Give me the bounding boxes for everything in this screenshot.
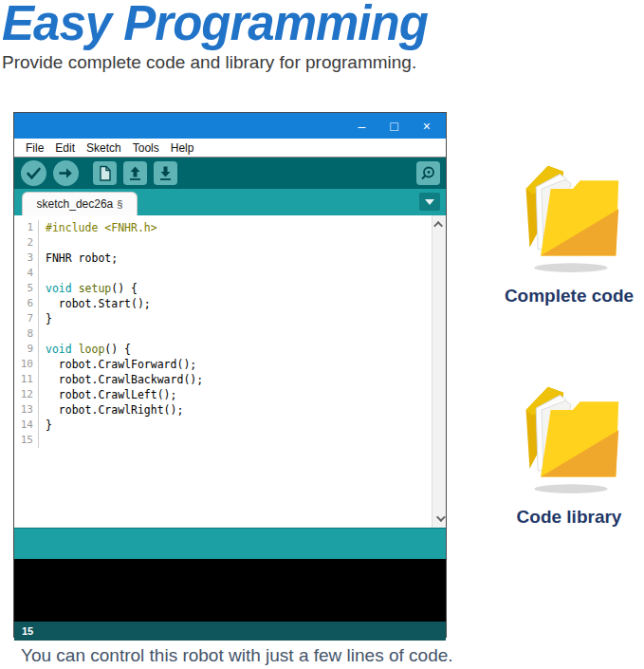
window-titlebar: – □ × [14, 113, 446, 139]
close-icon[interactable]: × [423, 120, 431, 133]
folder-icon [514, 156, 624, 277]
code-line: 6 robot.Start(); [14, 296, 446, 311]
code-line: 7} [14, 311, 446, 326]
code-library-folder[interactable]: Code library [497, 377, 641, 528]
line-number: 15 [14, 433, 39, 448]
tab-label: sketch_dec26a [37, 197, 114, 211]
line-number: 5 [14, 281, 39, 296]
new-sketch-button[interactable] [93, 161, 117, 185]
line-number: 8 [14, 326, 39, 342]
caption-text: You can control this robot with just a f… [21, 645, 453, 666]
tab-modified-mark: § [117, 198, 122, 210]
status-bar: 15 [14, 622, 446, 641]
code-text: #include <FNHR.h> [39, 220, 157, 235]
tab-sketch[interactable]: sketch_dec26a § [22, 192, 138, 215]
line-number: 4 [14, 266, 39, 281]
menu-bar: File Edit Sketch Tools Help [14, 139, 446, 158]
page-title: Easy Programming [2, 0, 428, 51]
code-text: robot.CrawlRight(); [39, 402, 183, 418]
line-number: 9 [14, 342, 39, 357]
open-button[interactable] [123, 161, 147, 185]
code-line: 5void setup() { [14, 281, 446, 296]
code-text: robot.CrawlBackward(); [39, 372, 203, 387]
code-text [39, 326, 46, 342]
tab-menu-button[interactable] [419, 193, 440, 211]
upload-button[interactable] [53, 160, 79, 186]
save-icon [154, 161, 177, 185]
code-line: 9void loop() { [14, 342, 446, 357]
line-number: 14 [14, 418, 39, 433]
line-number: 13 [14, 402, 39, 418]
scroll-up-button[interactable] [432, 217, 446, 232]
code-text: } [39, 311, 52, 326]
code-line: 12 robot.CrawlLeft(); [14, 387, 446, 402]
line-number: 6 [14, 296, 39, 311]
code-text: robot.CrawlForward(); [39, 357, 196, 372]
page-subtitle: Provide complete code and library for pr… [2, 52, 416, 73]
complete-code-folder[interactable]: Complete code [497, 156, 641, 307]
scroll-down-button[interactable] [432, 511, 446, 526]
code-line: 1#include <FNHR.h> [14, 220, 446, 235]
menu-help[interactable]: Help [165, 141, 200, 155]
verify-button[interactable] [21, 160, 46, 186]
code-text: } [39, 418, 52, 433]
line-number: 11 [14, 372, 39, 387]
chevron-up-icon [433, 221, 443, 231]
chevron-down-icon [425, 199, 434, 205]
code-line: 15 [14, 433, 446, 448]
code-text: void loop() { [39, 342, 131, 357]
code-text: robot.Start(); [39, 296, 151, 311]
code-line: 11 robot.CrawlBackward(); [14, 372, 446, 387]
code-text: FNHR robot; [39, 251, 118, 266]
line-number: 1 [14, 220, 39, 235]
save-button[interactable] [154, 161, 177, 185]
code-line: 13 robot.CrawlRight(); [14, 402, 446, 418]
arduino-ide-window: – □ × File Edit Sketch Tools Help [13, 112, 447, 638]
serial-monitor-icon [416, 161, 440, 185]
menu-sketch[interactable]: Sketch [81, 141, 127, 155]
verify-icon [21, 160, 46, 186]
code-line: 8 [14, 326, 446, 342]
line-number: 12 [14, 387, 39, 402]
code-editor[interactable]: 1#include <FNHR.h>23FNHR robot;45void se… [14, 215, 446, 528]
minimize-icon[interactable]: – [359, 120, 366, 133]
folder-label: Complete code [497, 286, 641, 307]
code-line: 2 [14, 235, 446, 251]
code-line: 3FNHR robot; [14, 251, 446, 266]
line-number: 2 [14, 235, 39, 251]
upload-icon [53, 160, 79, 186]
new-sketch-icon [93, 161, 117, 185]
menu-edit[interactable]: Edit [49, 141, 81, 155]
code-text: robot.CrawlLeft(); [39, 387, 176, 402]
tab-strip: sketch_dec26a § [14, 189, 446, 215]
code-text [39, 433, 46, 448]
editor-footer-strip [14, 528, 446, 559]
folder-icon [514, 377, 624, 498]
toolbar [14, 158, 446, 189]
code-text [39, 235, 46, 251]
line-number: 3 [14, 251, 39, 266]
open-icon [123, 161, 147, 185]
menu-tools[interactable]: Tools [127, 141, 165, 155]
line-number: 10 [14, 357, 39, 372]
code-line: 10 robot.CrawlForward(); [14, 357, 446, 372]
serial-monitor-button[interactable] [416, 161, 440, 185]
folder-label: Code library [497, 507, 641, 528]
code-line: 4 [14, 266, 446, 281]
console-output [14, 559, 446, 622]
maximize-icon[interactable]: □ [390, 120, 397, 133]
status-line-indicator: 15 [22, 625, 33, 637]
line-number: 7 [14, 311, 39, 326]
chevron-down-icon [436, 512, 446, 522]
code-text [39, 266, 46, 281]
code-text: void setup() { [39, 281, 138, 296]
editor-scrollbar[interactable] [432, 215, 446, 528]
code-line: 14} [14, 418, 446, 433]
menu-file[interactable]: File [20, 141, 49, 155]
